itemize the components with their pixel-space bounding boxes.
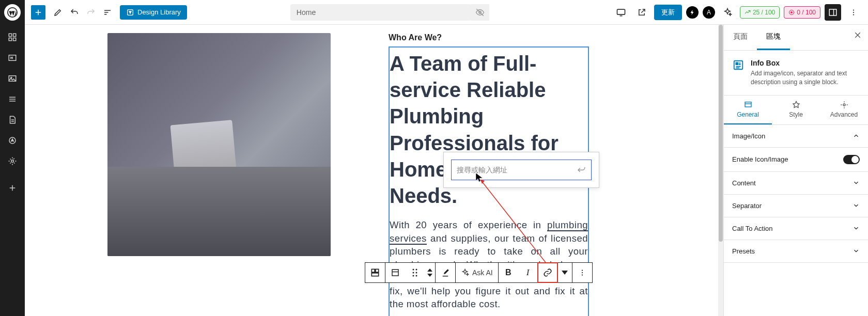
- link-submit-icon[interactable]: [577, 164, 586, 176]
- sub-tab-advanced[interactable]: Advanced: [820, 96, 868, 124]
- svg-rect-52: [745, 102, 751, 106]
- link-url-popup: [443, 152, 599, 188]
- settings-sidebar: 頁面 區塊 Info Box Add image/icon, separator…: [723, 25, 868, 316]
- svg-point-35: [413, 269, 414, 271]
- add-block-button[interactable]: [31, 5, 45, 20]
- panel-separator[interactable]: Separator: [724, 195, 868, 217]
- svg-point-36: [416, 269, 417, 271]
- rail-heading-icon[interactable]: [4, 50, 21, 66]
- svg-point-54: [843, 104, 845, 106]
- svg-rect-1: [9, 34, 11, 36]
- svg-rect-4: [13, 38, 16, 41]
- svg-rect-2: [13, 34, 16, 36]
- design-library-label: Design Library: [137, 8, 181, 16]
- svg-point-27: [853, 14, 854, 15]
- svg-point-25: [853, 9, 854, 10]
- panel-cta[interactable]: Call To Action: [724, 217, 868, 240]
- rail-list-icon[interactable]: [4, 91, 21, 107]
- svg-point-41: [582, 270, 583, 271]
- design-library-button[interactable]: Design Library: [120, 5, 187, 20]
- seo-score-badge[interactable]: 25 / 100: [740, 6, 780, 19]
- info-box-icon: [732, 59, 745, 71]
- sparkle-button[interactable]: [719, 4, 736, 21]
- rail-dashboard-icon[interactable]: [4, 29, 21, 45]
- edit-tool-button[interactable]: [50, 4, 66, 21]
- block-card-button[interactable]: [385, 263, 405, 282]
- bold-button[interactable]: B: [499, 263, 518, 282]
- chevron-down-icon: [853, 202, 860, 209]
- chevron-down-icon: [853, 179, 860, 186]
- page-title-input[interactable]: [290, 4, 471, 21]
- rail-gear-icon[interactable]: [4, 153, 21, 169]
- canvas-scrollbar[interactable]: [718, 25, 723, 316]
- svg-rect-23: [829, 9, 836, 15]
- undo-button[interactable]: [66, 4, 83, 21]
- chevron-down-icon: [853, 225, 860, 232]
- sidebar-tabs: 頁面 區塊: [724, 25, 868, 51]
- rail-image-icon[interactable]: [4, 70, 21, 87]
- more-options-button[interactable]: [845, 4, 862, 21]
- panel-image-icon[interactable]: Image/Icon: [724, 125, 868, 148]
- wordpress-logo[interactable]: [4, 4, 21, 21]
- svg-point-37: [413, 272, 414, 274]
- ask-ai-button[interactable]: Ask AI: [456, 263, 498, 282]
- hero-image[interactable]: [107, 33, 331, 256]
- tab-block[interactable]: 區塊: [757, 25, 790, 50]
- redo-button[interactable]: [83, 4, 99, 21]
- svg-point-12: [11, 160, 14, 163]
- block-type-button[interactable]: [365, 263, 385, 282]
- astra-badge[interactable]: A: [703, 6, 715, 19]
- svg-rect-33: [392, 270, 398, 276]
- svg-rect-32: [371, 273, 378, 276]
- tab-page[interactable]: 頁面: [724, 25, 757, 50]
- gear-icon: [840, 101, 848, 109]
- list-view-button[interactable]: [99, 4, 116, 21]
- chart-up-icon: [745, 9, 751, 15]
- editor-top-bar: Design Library 更新 A 25 / 100 0 / 100: [25, 0, 868, 25]
- sidebar-toggle-button[interactable]: [825, 4, 841, 21]
- chevron-down-icon: [853, 247, 860, 255]
- more-formatting-button[interactable]: [557, 263, 572, 282]
- enable-icon-toggle[interactable]: [843, 155, 860, 164]
- chevron-up-icon: [853, 132, 860, 139]
- lightning-badge[interactable]: [686, 6, 699, 19]
- general-icon: [744, 101, 752, 109]
- drag-handle-button[interactable]: [405, 263, 425, 282]
- copy-style-button[interactable]: [436, 263, 455, 282]
- device-preview-button[interactable]: [613, 4, 629, 21]
- svg-point-42: [582, 272, 583, 273]
- target-icon: [788, 9, 795, 15]
- panel-content[interactable]: Content: [724, 172, 868, 195]
- sub-tab-style[interactable]: Style: [772, 96, 820, 124]
- block-description: Add image/icon, separator and text descr…: [751, 69, 860, 87]
- move-buttons[interactable]: [425, 263, 435, 282]
- design-library-icon: [126, 8, 134, 17]
- update-button[interactable]: 更新: [654, 5, 682, 20]
- readability-score-badge[interactable]: 0 / 100: [784, 6, 820, 19]
- close-sidebar-button[interactable]: [854, 31, 862, 41]
- link-button[interactable]: [537, 262, 558, 283]
- rail-add-icon[interactable]: [4, 180, 21, 196]
- eyebrow-heading[interactable]: Who Are We?: [389, 33, 589, 42]
- rail-page-icon[interactable]: [4, 112, 21, 128]
- admin-left-rail: [0, 0, 25, 316]
- top-bar-right-tools: 更新 A 25 / 100 0 / 100: [613, 4, 862, 21]
- svg-rect-47: [736, 62, 738, 65]
- visibility-button[interactable]: [471, 4, 489, 21]
- external-view-button[interactable]: [633, 4, 650, 21]
- wordpress-icon: [7, 7, 18, 18]
- panel-presets[interactable]: Presets: [724, 240, 868, 263]
- link-url-input[interactable]: [457, 166, 577, 174]
- rail-pointer-icon[interactable]: [4, 132, 21, 149]
- cursor-pointer-icon: [475, 172, 484, 183]
- sub-tab-general[interactable]: General: [724, 96, 772, 124]
- block-more-button[interactable]: [572, 263, 592, 282]
- svg-rect-3: [9, 38, 11, 41]
- enable-icon-label: Enable Icon/Image: [732, 155, 788, 163]
- block-sub-tabs: General Style Advanced: [724, 96, 868, 125]
- block-name: Info Box: [751, 59, 860, 67]
- svg-point-40: [416, 275, 417, 277]
- style-icon: [792, 101, 800, 109]
- svg-rect-19: [617, 9, 625, 14]
- italic-button[interactable]: I: [518, 263, 538, 282]
